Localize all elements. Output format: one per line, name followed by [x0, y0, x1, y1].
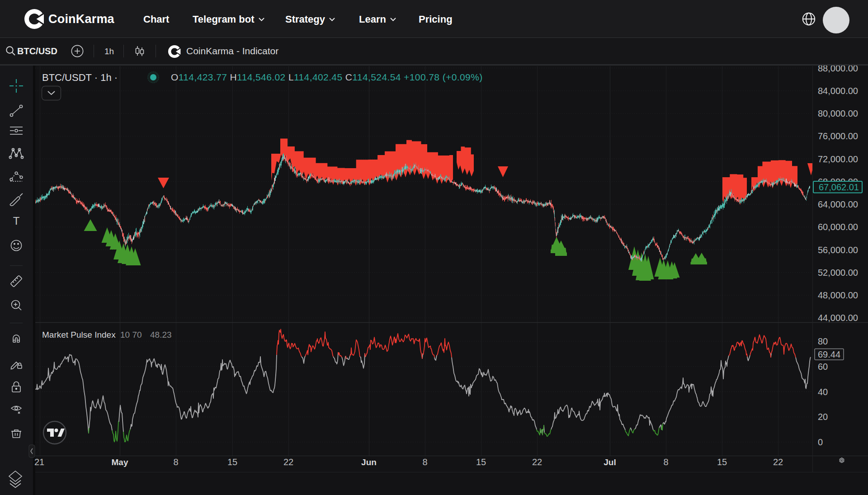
svg-text:Jul: Jul	[604, 457, 616, 467]
svg-text:22: 22	[773, 457, 783, 467]
svg-text:88,000.00: 88,000.00	[818, 66, 858, 73]
svg-text:15: 15	[227, 457, 237, 467]
svg-text:76,000.00: 76,000.00	[818, 131, 858, 141]
svg-text:8: 8	[422, 457, 427, 467]
svg-text:80: 80	[818, 336, 828, 346]
svg-text:80,000.00: 80,000.00	[818, 108, 858, 118]
svg-text:52,000.00: 52,000.00	[818, 268, 858, 278]
svg-text:8: 8	[663, 457, 668, 467]
svg-text:22: 22	[283, 457, 293, 467]
svg-text:69.44: 69.44	[818, 349, 840, 359]
svg-text:22: 22	[532, 457, 542, 467]
svg-text:May: May	[112, 457, 128, 467]
svg-text:72,000.00: 72,000.00	[818, 154, 858, 164]
svg-text:20: 20	[818, 412, 828, 422]
svg-text:0: 0	[818, 437, 823, 447]
svg-text:10 70: 10 70	[120, 330, 142, 339]
svg-text:T: T	[13, 215, 20, 227]
svg-text:8: 8	[173, 457, 178, 467]
svg-text:BTC/USDT · 1h ·: BTC/USDT · 1h ·	[42, 72, 118, 83]
svg-text:56,000.00: 56,000.00	[818, 245, 858, 255]
svg-text:67,062.01: 67,062.01	[819, 182, 859, 192]
svg-text:21: 21	[34, 457, 44, 467]
svg-text:44,000.00: 44,000.00	[818, 313, 858, 323]
svg-text:60: 60	[818, 362, 828, 372]
svg-text:Jun: Jun	[361, 457, 377, 467]
svg-text:40: 40	[818, 387, 828, 397]
svg-text:15: 15	[717, 457, 727, 467]
svg-text:84,000.00: 84,000.00	[818, 86, 858, 96]
svg-text:15: 15	[476, 457, 486, 467]
svg-text:48,000.00: 48,000.00	[818, 290, 858, 300]
svg-text:Market Pulse Index: Market Pulse Index	[42, 330, 116, 339]
svg-text:64,000.00: 64,000.00	[818, 199, 858, 209]
svg-text:O114,423.77 H114,546.02 L114,4: O114,423.77 H114,546.02 L114,402.45 C114…	[171, 72, 483, 82]
svg-text:60,000.00: 60,000.00	[818, 222, 858, 232]
svg-text:48.23: 48.23	[150, 330, 172, 339]
